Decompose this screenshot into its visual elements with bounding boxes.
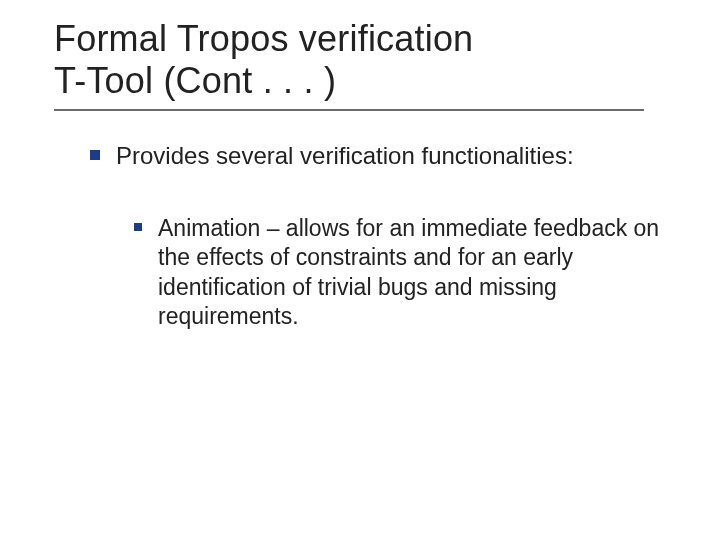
square-bullet-icon [134,223,142,231]
bullet-level1: Provides several verification functional… [90,141,662,172]
title-underline [54,109,644,111]
slide-title: Formal Tropos verification T-Tool (Cont … [54,18,686,103]
square-bullet-icon [90,150,100,160]
title-line-2: T-Tool (Cont . . . ) [54,60,336,101]
title-line-1: Formal Tropos verification [54,18,473,59]
bullet-level1-text: Provides several verification functional… [116,141,574,172]
slide-body: Provides several verification functional… [54,141,686,331]
bullet-level2-text: Animation – allows for an immediate feed… [158,214,662,332]
bullet-level2-group: Animation – allows for an immediate feed… [90,214,662,332]
bullet-level2: Animation – allows for an immediate feed… [134,214,662,332]
slide: Formal Tropos verification T-Tool (Cont … [0,0,720,540]
